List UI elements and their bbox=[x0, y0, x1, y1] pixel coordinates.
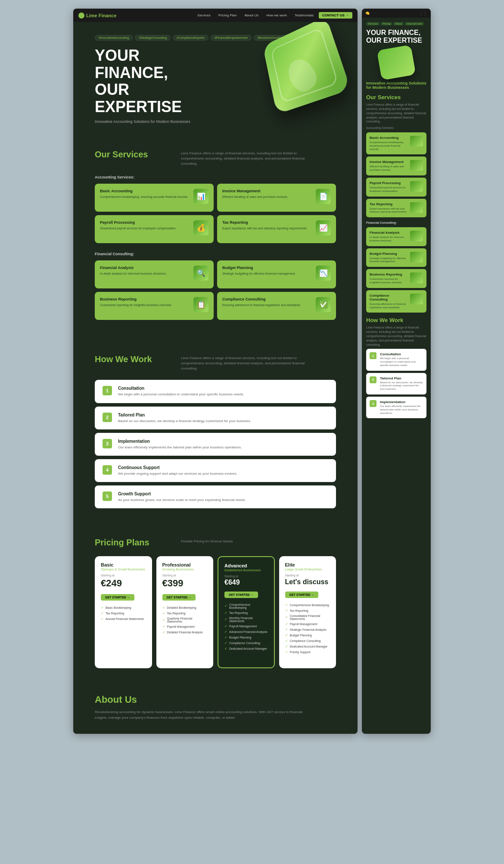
service-tax-desc: Expert assistance with tax and statutory… bbox=[222, 226, 312, 231]
services-section: Our Services Lime Finance offers a range… bbox=[73, 137, 358, 341]
hero-title: YOUR FINANCE, OUR EXPERTISE bbox=[95, 47, 224, 115]
service-basic-desc: Comprehensive bookkeeping, ensuring accu… bbox=[100, 195, 190, 199]
feature-p-1: ✓Detailed Bookkeeping bbox=[162, 605, 208, 610]
step-4-content: Continuous Support We provide ongoing su… bbox=[118, 465, 237, 476]
service-card-compliance: Compliance Consulting Ensuring adherence… bbox=[217, 292, 336, 320]
step-2-desc: Based on our discussion, we develop a fi… bbox=[118, 419, 251, 423]
plan-pro-type: Growing Businesses bbox=[162, 567, 208, 571]
check-icon: ✓ bbox=[162, 625, 165, 629]
step-5-content: Growth Support As your business grows, o… bbox=[118, 491, 246, 502]
check-icon: ✓ bbox=[101, 606, 104, 610]
service-analysis-title: Financial Analysis bbox=[100, 266, 190, 270]
plan-pro-cta[interactable]: GET STARTED → bbox=[162, 594, 196, 601]
service-budget-icon: 📉 bbox=[316, 266, 331, 281]
check-icon: ✓ bbox=[285, 633, 288, 637]
plan-adv-name: Advanced bbox=[224, 563, 268, 568]
how-title: How We Work bbox=[95, 354, 172, 364]
service-compliance-desc: Ensuring adherence to financial regulati… bbox=[222, 303, 312, 307]
service-card-budget: Budget Planning Strategic budgeting for … bbox=[217, 260, 336, 288]
feature-e-1: ✓Comprehensive Bookkeeping bbox=[285, 602, 330, 608]
feature-p-4: ✓Payroll Management bbox=[162, 624, 208, 629]
sidebar-service-payroll-title: Payroll Processing bbox=[370, 181, 408, 185]
feature-e-7: ✓Compliance Consulting bbox=[285, 638, 330, 644]
plan-adv-price: €649 bbox=[224, 579, 268, 586]
service-compliance-title: Compliance Consulting bbox=[222, 297, 312, 301]
sidebar-service-reporting-title: Business Reporting bbox=[370, 272, 408, 276]
sidebar-tag-how[interactable]: How we work bbox=[405, 22, 424, 25]
nav-pricing[interactable]: Pricing Plan bbox=[216, 13, 240, 18]
plan-adv-cta[interactable]: GET STARTED → bbox=[224, 592, 258, 598]
sidebar-tag-services[interactable]: Services bbox=[366, 22, 380, 25]
sidebar-service-invoice-text: Invoice Management Efficient handling of… bbox=[370, 160, 408, 172]
sidebar-service-payroll-text: Payroll Processing Streamlined payroll s… bbox=[370, 181, 408, 193]
contact-button[interactable]: CONTACT US → bbox=[319, 12, 352, 19]
step-5-title: Growth Support bbox=[118, 491, 246, 496]
sidebar-service-invoice-title: Invoice Management bbox=[370, 160, 408, 164]
nav-services[interactable]: Services bbox=[195, 13, 213, 18]
plan-elite-label: Starting at bbox=[285, 574, 330, 577]
how-desc: Lime Finance offers a range of financial… bbox=[181, 354, 310, 371]
check-icon: ✓ bbox=[285, 609, 288, 613]
check-icon: ✓ bbox=[285, 650, 288, 654]
sidebar-service-compliance-inner: Compliance Consulting Ensuring adherence… bbox=[370, 294, 423, 310]
nav-about[interactable]: About Us bbox=[242, 13, 261, 18]
sidebar-step-1-desc: We begin with a personal consultation to… bbox=[380, 357, 423, 367]
service-compliance-icon: ✅ bbox=[316, 297, 331, 312]
step-3-desc: Our team efficiently implements the tail… bbox=[118, 445, 242, 450]
service-tax-title: Tax Reporting bbox=[222, 220, 312, 225]
sidebar-step-3-title: Implementation bbox=[380, 400, 423, 404]
check-icon: ✓ bbox=[224, 624, 227, 628]
pricing-card-basic: Basic Startups & Small Businesses Starti… bbox=[95, 556, 152, 668]
step-4-desc: We provide ongoing support and adapt our… bbox=[118, 471, 237, 476]
plan-pro-name: Professional bbox=[162, 562, 208, 567]
feature-p-2: ✓Tax Reporting bbox=[162, 610, 208, 616]
sidebar-service-payroll-inner: Payroll Processing Streamlined payroll s… bbox=[370, 181, 423, 193]
sidebar-step-1-content: Consultation We begin with a personal co… bbox=[380, 352, 423, 367]
service-card-invoice: Invoice Management Efficient handling of… bbox=[217, 184, 336, 212]
accounting-services-grid: Basic Accounting Comprehensive bookkeepi… bbox=[95, 184, 336, 243]
nav-testimonials[interactable]: Testimonials bbox=[292, 13, 316, 18]
sidebar-step-1-title: Consultation bbox=[380, 352, 423, 356]
plan-elite-name: Elite bbox=[285, 562, 330, 567]
sidebar-service-payroll-icon bbox=[410, 181, 423, 192]
sidebar-step-2-content: Tailored Plan Based on our discussion, w… bbox=[380, 376, 423, 391]
how-header: How We Work Lime Finance offers a range … bbox=[95, 354, 336, 371]
plan-basic-cta[interactable]: GET STARTED → bbox=[101, 594, 134, 601]
service-payroll-content: Payroll Processing Streamlined payroll s… bbox=[100, 220, 190, 231]
step-2-number: 2 bbox=[103, 413, 112, 422]
sidebar-consulting-label: Financial Consulting: bbox=[366, 221, 426, 225]
sidebar-service-payroll-desc: Streamlined payroll services for employe… bbox=[370, 186, 408, 193]
sidebar-bar: 🍋 ⋮⋮ bbox=[362, 9, 431, 18]
nav-how[interactable]: How we work bbox=[264, 13, 289, 18]
sidebar-tag-pricing[interactable]: Pricing bbox=[381, 22, 392, 25]
pricing-section: Pricing Plans Flexible Pricing for Diver… bbox=[73, 525, 358, 681]
sidebar-nav-tags: Services Pricing About How we work bbox=[366, 22, 426, 25]
check-icon: ✓ bbox=[285, 622, 288, 626]
tag-4: #FinancialEmpowerment bbox=[211, 35, 252, 41]
main-nav: Services Pricing Plan About Us How we wo… bbox=[195, 12, 352, 19]
service-card-tax: Tax Reporting Expert assistance with tax… bbox=[217, 215, 336, 243]
pricing-header: Pricing Plans Flexible Pricing for Diver… bbox=[95, 538, 336, 548]
plan-elite-cta[interactable]: GET STARTED → bbox=[285, 592, 319, 598]
tag-3: #ComplianceExperts bbox=[173, 35, 208, 41]
service-budget-desc: Strategic budgeting for effective financ… bbox=[222, 272, 312, 276]
sidebar-step-3-desc: Our team efficiently implements the tail… bbox=[380, 405, 423, 415]
sidebar-service-analysis-inner: Financial Analysis In-depth analysis for… bbox=[370, 231, 423, 243]
feature-a-1: ✓Comprehensive Bookkeeping bbox=[224, 602, 268, 610]
service-budget-title: Budget Planning bbox=[222, 266, 312, 270]
step-5-card: 5 Growth Support As your business grows,… bbox=[95, 485, 336, 508]
sidebar-service-analysis: Financial Analysis In-depth analysis for… bbox=[366, 227, 426, 246]
sidebar-service-budget-icon bbox=[410, 252, 423, 263]
plan-adv-type: Established Businesses bbox=[224, 568, 268, 572]
sidebar-service-analysis-desc: In-depth analysis for informed business … bbox=[370, 236, 408, 243]
check-icon: ✓ bbox=[162, 618, 165, 622]
step-1-title: Consultation bbox=[118, 386, 244, 391]
step-2-title: Tailored Plan bbox=[118, 413, 251, 417]
sidebar-service-basic: Basic Accounting Comprehensive bookkeepi… bbox=[366, 132, 426, 154]
plan-basic-type: Startups & Small Businesses bbox=[101, 567, 146, 571]
sidebar-service-budget-desc: Strategic budgeting for effective financ… bbox=[370, 257, 408, 264]
services-header: Our Services Lime Finance offers a range… bbox=[95, 150, 336, 166]
sidebar-menu-dots[interactable]: ⋮⋮ bbox=[419, 11, 427, 16]
service-reporting-content: Business Reporting Customized reporting … bbox=[100, 297, 190, 307]
sidebar-tag-about[interactable]: About bbox=[393, 22, 404, 25]
